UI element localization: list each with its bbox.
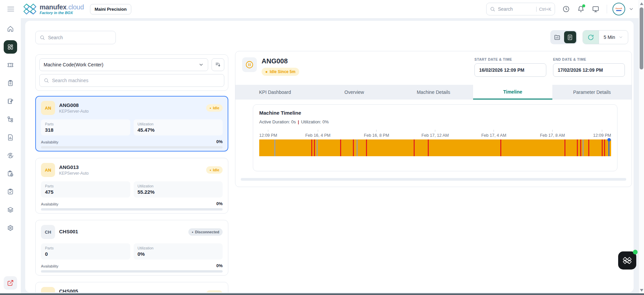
tab-machine-details[interactable]: Machine Details xyxy=(394,85,473,100)
end-date-label: END DATE & TIME xyxy=(553,57,625,61)
machine-subtitle: KEPServer-Auto xyxy=(59,109,89,114)
sidebar-item-work-orders[interactable] xyxy=(4,76,17,90)
global-search-input[interactable]: Search Ctrl+K xyxy=(486,3,555,15)
timeline-stripe xyxy=(580,139,581,156)
tab-overview[interactable]: Overview xyxy=(315,85,394,100)
folder-view-button[interactable] xyxy=(551,31,563,43)
org-badge[interactable]: Maini Precision xyxy=(90,4,131,14)
sort-descending-icon xyxy=(215,62,221,68)
tab-parameter-details[interactable]: Parameter Details xyxy=(552,85,632,100)
machine-card-ang013[interactable]: AN ANG013 KEPServer-Auto ●Idle Parts475 … xyxy=(35,158,228,214)
bell-icon[interactable] xyxy=(577,5,585,13)
scroll-up-arrow[interactable] xyxy=(640,2,643,5)
status-badge: ●Idle xyxy=(206,290,223,292)
sidebar-item-hierarchy[interactable] xyxy=(4,113,17,126)
timeline-axis: 12:09 PMFeb 16, 4 PMFeb 16, 8 PMFeb 17, … xyxy=(259,130,611,138)
axis-tick: Feb 17, 4 AM xyxy=(481,130,506,138)
machine-subtitle: KEPServer-Auto xyxy=(59,171,89,176)
user-avatar[interactable]: AxonX xyxy=(612,3,625,15)
start-date-input[interactable]: 16/02/2026 12:09 PM xyxy=(474,63,546,77)
list-view-button[interactable] xyxy=(564,31,576,43)
manufex-logo-icon xyxy=(23,3,37,15)
axis-tick: Feb 16, 4 PM xyxy=(305,130,330,138)
machine-card-ang008[interactable]: AN ANG008 KEPServer-Auto ●Idle Parts318 … xyxy=(35,96,228,152)
machine-filter-select[interactable]: Machine Code(Work Center) xyxy=(39,58,208,71)
status-badge: ●Disconnected xyxy=(188,228,223,236)
tab-timeline[interactable]: Timeline xyxy=(473,85,552,100)
availability-label: Availability xyxy=(41,264,58,268)
document-icon xyxy=(567,34,573,41)
detail-header: ANG008 ●Idle Since 5m START DATE & TIME … xyxy=(235,51,632,85)
sidebar-item-logbook[interactable] xyxy=(4,95,17,108)
notification-dot xyxy=(582,4,585,7)
utilization-stat: Utilization0% xyxy=(134,243,223,259)
refresh-button[interactable] xyxy=(583,31,599,44)
monitor-icon[interactable] xyxy=(592,5,599,13)
sidebar-item-checklist[interactable] xyxy=(4,185,17,198)
timeline-stripe xyxy=(602,139,603,156)
machine-card-chs005[interactable]: CH CHS005 KEPServer-Auto ●Idle xyxy=(35,282,228,292)
refresh-control: 5 Min xyxy=(583,30,628,44)
sidebar-item-shift-handover[interactable] xyxy=(4,149,17,162)
timeline-stripe xyxy=(564,139,565,156)
timeline-stripe xyxy=(357,139,358,156)
machine-name: ANG013 xyxy=(59,164,89,170)
timeline-stripe xyxy=(604,139,605,156)
sidebar-item-home[interactable] xyxy=(4,22,17,36)
sidebar-item-dashboard[interactable] xyxy=(4,40,17,54)
timeline-cursor[interactable] xyxy=(608,139,609,156)
sidebar-item-tickets[interactable] xyxy=(4,58,17,72)
parts-stat: Parts318 xyxy=(41,119,130,135)
timeline-stripe xyxy=(274,139,275,156)
horizontal-scrollbar[interactable] xyxy=(241,178,626,181)
machine-card-chs001[interactable]: CH CHS001 ●Disconnected Parts0 Utilizati… xyxy=(35,220,228,276)
hamburger-menu-icon[interactable] xyxy=(7,7,14,11)
app-screen: manufex.cloud Factory in the BOX Maini P… xyxy=(0,0,644,295)
axis-tick: Feb 16, 8 PM xyxy=(364,130,389,138)
sidebar-item-layers[interactable] xyxy=(4,203,17,217)
sidebar-item-settings[interactable] xyxy=(4,221,17,235)
timeline-stripe xyxy=(311,139,312,156)
content-search-input[interactable]: Search xyxy=(35,31,116,44)
availability-progress xyxy=(41,208,223,211)
status-badge: ●Idle xyxy=(206,104,223,112)
sidebar-item-schedule[interactable] xyxy=(4,167,17,180)
refresh-interval-select[interactable]: 5 Min xyxy=(599,31,628,44)
end-date-input[interactable]: 17/02/2026 12:09 PM xyxy=(553,63,625,77)
timeline-title: Machine Timeline xyxy=(259,110,611,116)
scrollbar-thumb[interactable] xyxy=(640,7,643,69)
sidebar-item-reports[interactable] xyxy=(4,131,17,144)
timeline-stripe xyxy=(317,139,318,156)
timeline-stripe xyxy=(428,139,429,156)
timeline-summary: Active Duration: 0s|Utilization: 0% xyxy=(259,119,611,124)
detail-tabs: KPI Dashboard Overview Machine Details T… xyxy=(235,85,632,100)
chevron-down-icon xyxy=(618,35,623,40)
brand-tagline: Factory in the BOX xyxy=(40,11,84,15)
detail-machine-name: ANG008 xyxy=(262,57,299,65)
machine-name: CHS005 xyxy=(59,288,89,292)
top-header: manufex.cloud Factory in the BOX Maini P… xyxy=(0,0,639,18)
tab-kpi-dashboard[interactable]: KPI Dashboard xyxy=(235,85,315,100)
floating-brand-widget[interactable] xyxy=(618,251,636,270)
cube-logo-icon xyxy=(622,255,632,266)
content-panel: Search 5 Min xyxy=(25,21,634,292)
availability-value: 0% xyxy=(216,201,223,206)
sort-button[interactable] xyxy=(212,58,224,71)
timeline-stripe xyxy=(577,139,578,156)
machine-avatar: AN xyxy=(41,101,55,115)
brand-logo: manufex.cloud Factory in the BOX xyxy=(23,3,84,15)
external-link-button[interactable] xyxy=(4,276,17,290)
user-menu-chevron-down-icon[interactable] xyxy=(629,6,634,12)
clock-icon[interactable] xyxy=(562,5,570,13)
availability-progress xyxy=(41,146,223,149)
scroll-down-arrow[interactable] xyxy=(640,289,643,292)
timeline-bar[interactable] xyxy=(259,139,611,156)
search-icon xyxy=(490,6,495,12)
availability-progress xyxy=(41,270,223,273)
header-divider xyxy=(607,5,607,13)
utilization-stat: Utilization45.47% xyxy=(134,119,223,135)
timeline-stripe xyxy=(340,139,341,156)
machine-search-input[interactable]: Search machines xyxy=(39,74,224,87)
parts-stat: Parts0 xyxy=(41,243,130,259)
vertical-scrollbar[interactable] xyxy=(639,0,644,295)
